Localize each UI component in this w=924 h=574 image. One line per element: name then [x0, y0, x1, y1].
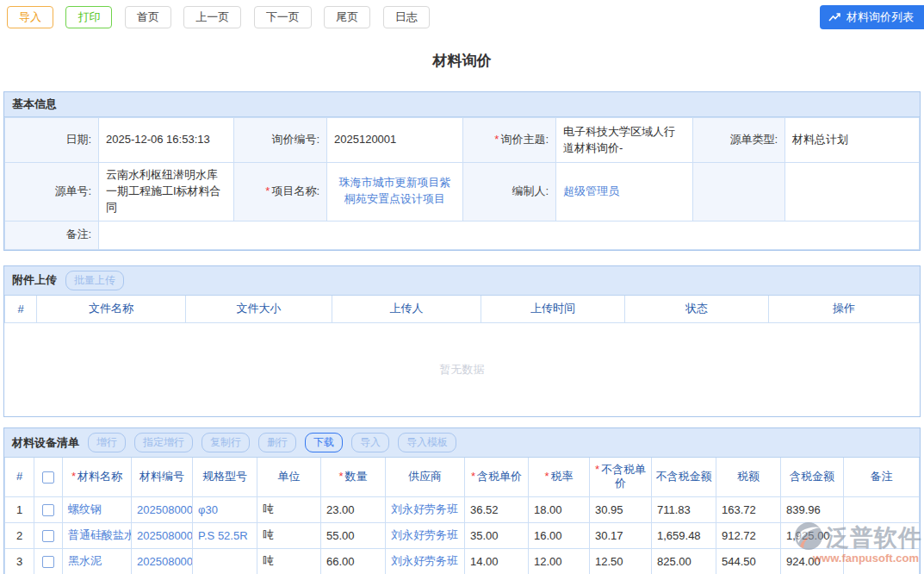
mat-col-tax-rate: *税率: [529, 458, 590, 496]
subject-label: *询价主题:: [463, 118, 556, 163]
materials-header: 材料设备清单 增行 指定增行 复制行 删行 下载 导入 导入模板: [4, 428, 920, 458]
project-name-link[interactable]: 珠海市城市更新项目紫桐苑安置点设计项目: [339, 176, 451, 205]
import-template-button[interactable]: 导入模板: [398, 433, 456, 452]
tax-cell: 163.72: [716, 496, 781, 522]
supplier-link[interactable]: 刘永好劳务班: [391, 502, 458, 515]
next-page-button[interactable]: 下一页: [254, 6, 312, 28]
att-col-status: 状态: [625, 296, 769, 323]
import-button[interactable]: 导入: [7, 6, 53, 28]
insert-row-button[interactable]: 指定增行: [134, 433, 193, 452]
mat-col-tax: 税额: [716, 458, 781, 496]
source-no-value: 云南水利枢纽潜明水库一期工程施工I标材料合同: [99, 163, 234, 221]
tax-rate-cell: 16.00: [529, 522, 590, 548]
amount-tax-cell: 924.00: [781, 548, 844, 574]
mat-col-index: #: [5, 458, 34, 496]
basic-info-header: 基本信息: [4, 92, 920, 117]
print-button[interactable]: 打印: [65, 6, 112, 28]
qty-cell: 66.00: [321, 548, 386, 574]
mat-col-qty: *数量: [321, 458, 386, 496]
material-row: 1 螺纹钢 202508000 φ30 吨 23.00 刘永好劳务班 36.52…: [5, 496, 920, 522]
mat-col-price-tax: *含税单价: [465, 458, 529, 496]
row-checkbox[interactable]: [42, 504, 54, 516]
material-code-link[interactable]: 202508000: [137, 555, 193, 568]
material-spec-link[interactable]: φ30: [198, 503, 218, 516]
batch-upload-button[interactable]: 批量上传: [65, 271, 124, 290]
price-tax-cell: 35.00: [465, 522, 529, 548]
materials-title: 材料设备清单: [12, 435, 79, 451]
row-index: 2: [5, 522, 34, 548]
mat-col-amount-tax: 含税金额: [781, 458, 844, 496]
supplier-link[interactable]: 刘永好劳务班: [391, 554, 458, 567]
qty-cell: 23.00: [321, 496, 386, 522]
attachments-empty-state: 暂无数据: [4, 323, 920, 416]
tax-cell: 912.72: [716, 522, 781, 548]
inquiry-list-button[interactable]: 材料询价列表: [820, 5, 924, 29]
import-rows-button[interactable]: 导入: [351, 433, 389, 452]
empty-value-cell: [785, 163, 920, 221]
unit-cell: 吨: [257, 496, 321, 522]
mat-col-supplier: 供应商: [386, 458, 465, 496]
material-spec-link[interactable]: P.S 52.5R: [198, 529, 248, 542]
inquiry-no-value: 2025120001: [327, 118, 463, 163]
material-row: 3 黑水泥 202508000 吨 66.00 刘永好劳务班 14.00 12.…: [5, 548, 920, 574]
unit-cell: 吨: [257, 548, 321, 574]
remark-cell: [844, 496, 920, 522]
mat-col-amount-no-tax: 不含税金额: [652, 458, 716, 496]
inquiry-list-button-label: 材料询价列表: [846, 9, 914, 25]
price-no-tax-cell: 12.50: [590, 548, 652, 574]
supplier-link[interactable]: 刘永好劳务班: [391, 528, 458, 541]
trend-up-icon: [828, 12, 841, 22]
mat-col-name: *材料名称: [63, 458, 132, 496]
add-row-button[interactable]: 增行: [88, 433, 126, 452]
creator-link[interactable]: 超级管理员: [563, 184, 619, 197]
price-tax-cell: 36.52: [465, 496, 529, 522]
remark-value: [99, 221, 920, 249]
inquiry-no-label: 询价编号:: [234, 118, 327, 163]
material-code-link[interactable]: 202508000: [137, 503, 193, 516]
basic-info-title: 基本信息: [12, 97, 57, 112]
material-name-link[interactable]: 普通硅酸盐水泥: [68, 528, 132, 541]
page-title: 材料询价: [0, 51, 924, 71]
amount-no-tax-cell: 825.00: [652, 548, 716, 574]
att-col-index: #: [5, 296, 37, 323]
att-col-filename: 文件名称: [37, 296, 186, 323]
row-checkbox[interactable]: [42, 556, 54, 568]
copy-row-button[interactable]: 复制行: [202, 433, 250, 452]
unit-cell: 吨: [257, 522, 321, 548]
download-button[interactable]: 下载: [305, 433, 343, 452]
material-name-link[interactable]: 黑水泥: [68, 554, 102, 567]
top-toolbar: 导入 打印 首页 上一页 下一页 尾页 日志 材料询价列表: [0, 0, 924, 33]
mat-col-remark: 备注: [844, 458, 920, 496]
materials-section: 材料设备清单 增行 指定增行 复制行 删行 下载 导入 导入模板 # *材料名称…: [3, 427, 921, 574]
tax-cell: 544.50: [716, 548, 781, 574]
first-page-button[interactable]: 首页: [125, 6, 171, 28]
att-col-uploader: 上传人: [332, 296, 481, 323]
prev-page-button[interactable]: 上一页: [183, 6, 241, 28]
price-tax-cell: 14.00: [465, 548, 529, 574]
row-checkbox[interactable]: [42, 530, 54, 542]
att-col-filesize: 文件大小: [186, 296, 332, 323]
delete-row-button[interactable]: 删行: [258, 433, 296, 452]
amount-no-tax-cell: 711.83: [652, 496, 716, 522]
att-col-actions: 操作: [769, 296, 920, 323]
creator-label: 编制人:: [463, 163, 556, 221]
remark-cell: [844, 522, 920, 548]
attachments-header: 附件上传 批量上传: [4, 266, 920, 296]
mat-col-code: 材料编号: [132, 458, 193, 496]
log-button[interactable]: 日志: [383, 6, 430, 28]
last-page-button[interactable]: 尾页: [324, 6, 370, 28]
amount-no-tax-cell: 1,659.48: [652, 522, 716, 548]
mat-col-unit: 单位: [257, 458, 321, 496]
material-code-link[interactable]: 202508000: [137, 529, 193, 542]
date-value: 2025-12-06 16:53:13: [99, 118, 234, 163]
material-row: 2 普通硅酸盐水泥 202508000 P.S 52.5R 吨 55.00 刘永…: [5, 522, 920, 548]
tax-rate-cell: 12.00: [529, 548, 590, 574]
attachments-title: 附件上传: [12, 272, 57, 288]
material-name-link[interactable]: 螺纹钢: [68, 502, 102, 515]
basic-info-section: 基本信息 日期: 2025-12-06 16:53:13 询价编号: 20251…: [3, 91, 921, 251]
qty-cell: 55.00: [321, 522, 386, 548]
mat-col-price-no-tax: *不含税单价: [590, 458, 652, 496]
select-all-checkbox[interactable]: [42, 471, 54, 484]
date-label: 日期:: [5, 118, 99, 163]
project-label: *项目名称:: [234, 163, 327, 221]
